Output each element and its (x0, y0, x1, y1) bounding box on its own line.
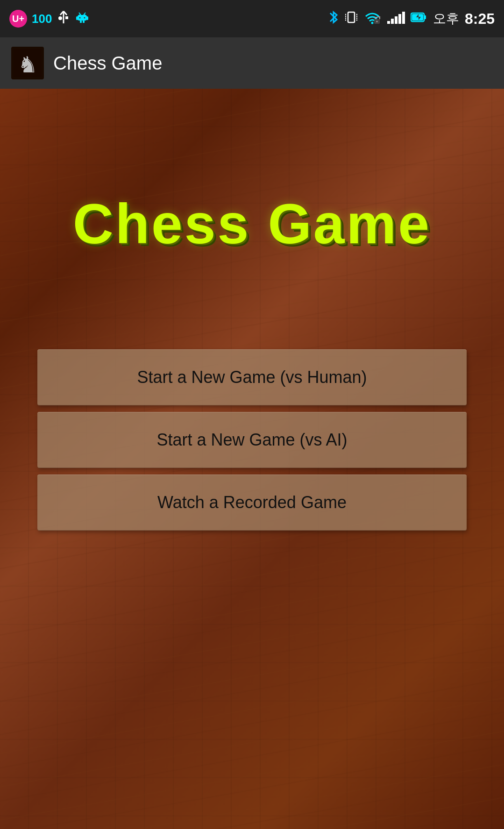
svg-rect-4 (65, 16, 68, 19)
wifi-icon (364, 11, 381, 27)
svg-rect-9 (86, 16, 88, 20)
watch-recorded-button[interactable]: Watch a Recorded Game (37, 475, 467, 531)
battery-100-icon: 100 (32, 12, 52, 26)
main-content: Chess Game Start a New Game (vs Human) S… (0, 89, 504, 829)
usb-icon (57, 10, 71, 28)
svg-rect-8 (76, 16, 78, 20)
app-icon: ♞ (11, 47, 44, 79)
svg-rect-30 (395, 16, 398, 24)
status-bar-left-icons: U+ 100 (9, 10, 89, 28)
start-vs-ai-button[interactable]: Start a New Game (vs AI) (37, 412, 467, 468)
status-bar-right-icons: 오후 8:25 (328, 10, 495, 28)
svg-point-25 (371, 22, 373, 24)
hero-title: Chess Game (73, 191, 431, 256)
svg-point-3 (58, 16, 62, 20)
svg-rect-34 (424, 15, 426, 19)
status-bar: U+ 100 (0, 0, 504, 37)
vibrate-icon (344, 10, 358, 28)
time-display: 8:25 (465, 10, 495, 28)
svg-point-15 (84, 17, 85, 18)
svg-point-27 (376, 21, 377, 22)
svg-text:♞: ♞ (18, 52, 38, 77)
svg-rect-32 (402, 12, 405, 24)
app-bar: ♞ Chess Game (0, 37, 504, 89)
bluetooth-icon (328, 10, 339, 28)
svg-rect-11 (83, 21, 85, 23)
android-debug-icon (75, 10, 89, 28)
svg-rect-29 (391, 19, 394, 24)
svg-rect-16 (348, 12, 355, 22)
svg-rect-10 (80, 21, 82, 23)
svg-rect-31 (398, 14, 401, 24)
signal-icon (386, 11, 405, 27)
svg-rect-7 (78, 15, 87, 21)
svg-point-14 (79, 17, 81, 18)
battery-charging-icon (411, 11, 427, 27)
svg-rect-28 (387, 21, 390, 24)
lgu-icon: U+ (9, 10, 27, 28)
menu-buttons: Start a New Game (vs Human) Start a New … (37, 349, 467, 531)
am-pm-label: 오후 (433, 10, 459, 28)
start-vs-human-button[interactable]: Start a New Game (vs Human) (37, 349, 467, 405)
app-bar-title: Chess Game (53, 53, 162, 74)
